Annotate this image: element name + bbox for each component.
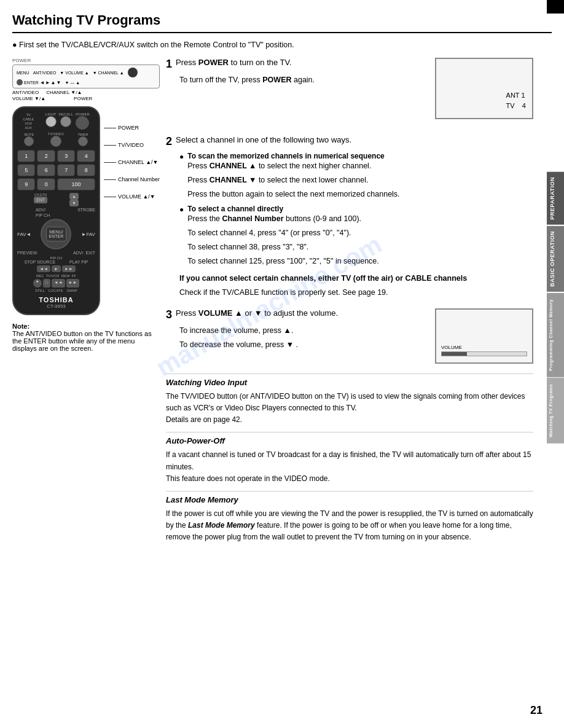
prev-btn[interactable]: ◄◄ xyxy=(37,265,50,272)
right-column: ANT 1 TV 4 1 Press POWER to turn on the … xyxy=(166,58,552,548)
rec-btn-circle[interactable]: ● xyxy=(33,279,42,288)
antvideo-annotation: ANT/VIDEO xyxy=(12,90,39,95)
step-3-number: 3 xyxy=(166,308,172,321)
light-button[interactable] xyxy=(45,116,57,127)
num-1[interactable]: 1 xyxy=(17,150,35,162)
volume-bar xyxy=(441,351,527,356)
right-arrow: ► xyxy=(45,80,50,85)
page-title: Watching TV Programs xyxy=(12,12,552,33)
tv-cable-label: TV xyxy=(26,113,31,117)
num-7[interactable]: 7 xyxy=(57,164,75,176)
mute-btn-group: MUTE xyxy=(24,133,34,146)
str-label: STROBE xyxy=(77,208,95,212)
sidebar-tab-basic-operation: BASIC OPERATION xyxy=(547,226,564,292)
top-remote-row2: ENTER ◄ ► ▲ ▼ ▼ — ▲ xyxy=(17,79,155,85)
step-1-header: 1 Press POWER to turn on the TV. xyxy=(166,58,435,71)
step-2-body: ● To scan the memorized channels in nume… xyxy=(179,152,533,299)
channel-125-line: To select channel 125, press "100", "2",… xyxy=(187,256,533,267)
ff-label: FF xyxy=(72,274,76,278)
mute-button[interactable] xyxy=(24,136,34,146)
spacer xyxy=(49,193,68,206)
ff-btn-2[interactable]: ►► xyxy=(66,279,80,288)
num-2[interactable]: 2 xyxy=(37,150,55,162)
preview-label: PREVIEW xyxy=(17,251,37,255)
power-button-top[interactable] xyxy=(128,68,138,77)
channel-va-annotation: CHANNEL ▼/▲ xyxy=(46,90,82,95)
tv-channel-line: TV 4 xyxy=(506,101,526,112)
remote-with-labels: TV CABLE VCR AUX LIGHT xyxy=(12,106,160,315)
channel-next-line: Press the button again to select the nex… xyxy=(187,189,533,200)
preview-exit-row: PREVIEW ADV/ EXIT xyxy=(17,251,95,255)
callout-power: POWER xyxy=(104,125,160,131)
power-button[interactable] xyxy=(76,116,89,130)
timer-button[interactable] xyxy=(78,136,88,146)
callout-channel: CHANNEL ▲/▼ xyxy=(104,159,160,165)
light-recall-power-btns: LIGHT RECALL POWER xyxy=(45,112,90,130)
menu-label: MENU xyxy=(17,71,29,75)
num-3[interactable]: 3 xyxy=(57,150,75,162)
bullet-direct-content: To select a channel directly Press the C… xyxy=(187,205,533,269)
remote-body: TV CABLE VCR AUX LIGHT xyxy=(12,106,100,315)
channel-down-line: Press CHANNEL ▼ to select the next lower… xyxy=(187,174,533,186)
volume-label-top: ▼ VOLUME ▲ xyxy=(60,71,88,75)
step-2-main: Select a channel in one of the following… xyxy=(176,135,351,144)
rec-label: REC xyxy=(36,274,44,278)
step-1: ANT 1 TV 4 1 Press POWER to turn on the … xyxy=(166,58,533,125)
vol-down-btn[interactable]: ▼ xyxy=(69,200,79,206)
step-3: VOLUME 3 Press VOLUME ▲ or ▼ to adjust t… xyxy=(166,308,533,364)
ch-ent-row: CH.ETN ENT ▲ ▼ xyxy=(17,193,95,206)
callout-tvvideo: TV/VIDEO xyxy=(104,142,160,148)
adv-pip-row: ADV/ STROBE xyxy=(17,208,95,212)
step-2: 2 Select a channel in one of the followi… xyxy=(166,135,533,299)
num-100[interactable]: 100 xyxy=(57,178,95,190)
volume-va-annotation: VOLUME ▼/▲ xyxy=(12,96,45,101)
callout-tvvideo-label: TV/VIDEO xyxy=(118,142,144,148)
num-6[interactable]: 6 xyxy=(37,164,55,176)
power-label-top: POWER xyxy=(12,58,160,63)
menu-enter-btn[interactable]: MENU/ENTER xyxy=(46,227,67,241)
bullet-scan-content: To scan the memorized channels in numeri… xyxy=(187,152,533,202)
power-annotation: POWER xyxy=(74,96,92,101)
bullet-direct-title: To select a channel directly xyxy=(187,205,283,213)
num-9[interactable]: 9 xyxy=(17,178,35,190)
recall-btn-group: RECALL xyxy=(59,112,73,130)
circle-btn-1[interactable] xyxy=(17,79,23,85)
swap-label: SWAP xyxy=(67,289,77,292)
play-btn[interactable]: ► xyxy=(52,265,61,272)
directional-btns: ◄ ► ▲ ▼ xyxy=(40,80,61,85)
num-4[interactable]: 4 xyxy=(77,150,95,162)
num-8[interactable]: 8 xyxy=(77,164,95,176)
top-remote-row1: MENU ANT/VIDEO ▼ VOLUME ▲ ▼ CHANNEL ▲ xyxy=(17,68,155,77)
nav-circle[interactable]: MENU/ENTER xyxy=(41,219,71,249)
main-content: POWER MENU ANT/VIDEO ▼ VOLUME ▲ ▼ CHANNE… xyxy=(12,58,552,548)
sidebar-tab-programming: Programming Channel Memory xyxy=(547,293,564,377)
tvvideo-button[interactable] xyxy=(50,136,61,147)
transport-row: ◄◄ ► ►► xyxy=(17,265,95,272)
recall-button[interactable] xyxy=(60,116,71,127)
top-remote-inner: MENU ANT/VIDEO ▼ VOLUME ▲ ▼ CHANNEL ▲ EN… xyxy=(12,65,160,88)
num-5[interactable]: 5 xyxy=(17,164,35,176)
ff-btn[interactable]: ►► xyxy=(62,265,76,272)
rew-btn[interactable]: ◄◄ xyxy=(52,279,65,288)
play-pip-label: PLAY PIP xyxy=(69,260,88,264)
ch-ent-button[interactable]: ENT xyxy=(34,197,47,203)
power-btn-group: POWER xyxy=(76,112,90,130)
pip-ch-label: PIP CH xyxy=(36,213,50,217)
down-arrow-top: ▼ xyxy=(57,80,61,85)
num-0[interactable]: 0 xyxy=(37,178,55,190)
tv-vcr-btn[interactable]: □ xyxy=(43,279,50,288)
vol-up-btn[interactable]: ▲ xyxy=(69,193,79,200)
callout-dash-1 xyxy=(104,128,116,128)
tv-display-text-1: ANT 1 TV 4 xyxy=(506,90,526,112)
note-text: The ANT/VIDEO button on the TV functions… xyxy=(12,330,160,352)
channel-38-line: To select channel 38, press "3", "8". xyxy=(187,241,533,253)
section-3-title: Last Mode Memory xyxy=(166,495,533,504)
bottom-btns-row: ● □ ◄◄ ►► xyxy=(17,279,95,288)
channel-up-line: Press CHANNEL ▲ to select the next highe… xyxy=(187,160,533,172)
section-3-text: If the power is cut off while you are vi… xyxy=(166,508,533,544)
top-btn-row: TV CABLE VCR AUX LIGHT xyxy=(17,112,95,130)
stop-source-label: STOP SOURCE xyxy=(24,260,55,264)
section-1-text: The TV/VIDEO button (or ANT/VIDEO button… xyxy=(166,391,533,426)
vcr-label: VCR xyxy=(25,122,32,125)
divider-2 xyxy=(166,432,533,432)
